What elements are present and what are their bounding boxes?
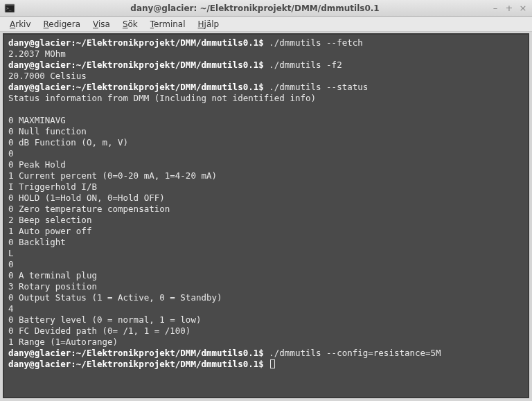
minimize-button[interactable]: – [490, 3, 500, 13]
shell-output: 0 MAXMINAVG [8, 115, 66, 125]
shell-command: ./dmmutils --fetch [269, 37, 362, 48]
shell-output: Status information from DMM (Including n… [8, 93, 316, 103]
menu-hjalp[interactable]: Hjälp [193, 18, 225, 30]
shell-output: 2 Beep selection [8, 215, 91, 225]
shell-output: 0 Battery level (0 = normal, 1 = low) [8, 314, 201, 325]
titlebar: >_ dany@glacier: ~/Elektronikprojekt/DMM… [0, 0, 532, 17]
window-title: dany@glacier: ~/Elektronikprojekt/DMM/dm… [19, 3, 490, 13]
shell-output: 4 [8, 303, 14, 314]
menu-sok[interactable]: Sök [117, 18, 143, 30]
shell-output: 0 HOLD (1=Hold ON, 0=Hold OFF) [8, 193, 165, 203]
terminal-view[interactable]: dany@glacier:~/Elektronikprojekt/DMM/dmm… [3, 33, 529, 398]
shell-prompt: dany@glacier:~/Elektronikprojekt/DMM/dmm… [8, 359, 269, 369]
shell-command: ./dmmutils -f2 [269, 60, 342, 70]
shell-prompt: dany@glacier:~/Elektronikprojekt/DMM/dmm… [8, 82, 269, 92]
shell-prompt: dany@glacier:~/Elektronikprojekt/DMM/dmm… [8, 60, 269, 70]
shell-prompt: dany@glacier:~/Elektronikprojekt/DMM/dmm… [8, 348, 269, 358]
shell-output: 2.2037 MOhm [8, 48, 66, 59]
shell-output: 0 Output Status (1 = Active, 0 = Standby… [8, 292, 222, 303]
menu-terminal[interactable]: Terminal [145, 18, 191, 30]
window-controls: – + × [490, 3, 528, 13]
shell-command: ./dmmutils --status [269, 82, 368, 92]
shell-output: I Triggerhold I/B [8, 181, 97, 192]
svg-text:>_: >_ [6, 6, 12, 11]
shell-output: 0 A terminal plug [8, 270, 97, 280]
menubar: Arkiv Redigera Visa Sök Terminal Hjälp [0, 17, 532, 32]
shell-output: L [8, 248, 14, 258]
shell-command: ./dmmutils --config=resistance=5M [269, 348, 441, 358]
shell-output: 20.7000 Celsius [8, 71, 87, 81]
shell-output: 0 Zero temperature compensation [8, 204, 170, 214]
shell-output: 0 Peak Hold [8, 159, 66, 170]
maximize-button[interactable]: + [504, 3, 514, 13]
shell-output: 0 [8, 259, 14, 269]
shell-output: 0 [8, 148, 14, 159]
shell-output: 1 Auto power off [8, 226, 91, 236]
close-button[interactable]: × [518, 3, 528, 13]
shell-output: 0 dB Function (O, m, V) [8, 137, 128, 148]
menu-arkiv[interactable]: Arkiv [4, 18, 37, 30]
shell-prompt: dany@glacier:~/Elektronikprojekt/DMM/dmm… [8, 37, 269, 48]
shell-output: 0 Null function [8, 126, 87, 136]
menu-visa[interactable]: Visa [87, 18, 116, 30]
terminal-app-icon: >_ [4, 3, 15, 14]
shell-output: 1 Range (1=Autorange) [8, 337, 118, 347]
cursor [270, 359, 275, 368]
shell-output: 0 Backlight [8, 237, 66, 247]
shell-output: 3 Rotary position [8, 281, 97, 292]
menu-redigera[interactable]: Redigera [38, 18, 86, 30]
shell-output: 1 Current percent (0=0-20 mA, 1=4-20 mA) [8, 170, 217, 181]
shell-output: 0 FC Devided path (0= /1, 1 = /100) [8, 326, 190, 336]
